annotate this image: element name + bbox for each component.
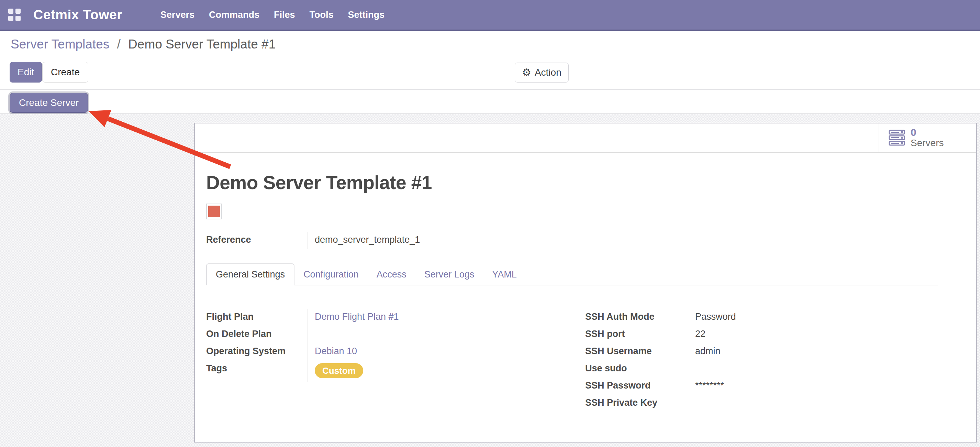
field-row-tags: Tags Custom <box>206 360 463 382</box>
breadcrumb-parent-link[interactable]: Server Templates <box>11 37 109 51</box>
use-sudo-value <box>688 360 843 378</box>
field-row-use-sudo: Use sudo <box>585 360 843 378</box>
ssh-port-label: SSH port <box>585 326 688 343</box>
action-button-label: Action <box>535 67 562 78</box>
gear-icon: ⚙ <box>522 67 531 78</box>
ssh-auth-mode-value: Password <box>688 309 843 326</box>
nav-menu: Servers Commands Files Tools Settings <box>153 0 392 30</box>
color-swatch <box>206 204 222 219</box>
tag-badge-custom: Custom <box>315 363 363 378</box>
tags-label: Tags <box>206 360 308 382</box>
breadcrumb: Server Templates / Demo Server Template … <box>11 37 275 51</box>
top-navbar: Cetmix Tower Servers Commands Files Tool… <box>0 0 980 31</box>
field-row-ssh-private-key: SSH Private Key <box>585 395 843 412</box>
servers-stack-icon <box>889 129 905 146</box>
action-button[interactable]: ⚙ Action <box>515 62 569 83</box>
servers-stat-button[interactable]: 0 Servers <box>879 123 976 152</box>
operating-system-label: Operating System <box>206 343 308 360</box>
field-row-flight-plan: Flight Plan Demo Flight Plan #1 <box>206 309 463 326</box>
field-row-on-delete-plan: On Delete Plan <box>206 326 463 343</box>
nav-item-commands[interactable]: Commands <box>202 0 267 30</box>
reference-value: demo_server_template_1 <box>308 232 463 249</box>
breadcrumb-current: Demo Server Template #1 <box>128 37 275 51</box>
field-row-operating-system: Operating System Debian 10 <box>206 343 463 360</box>
stat-label: Servers <box>911 137 943 148</box>
ssh-username-value: admin <box>688 343 843 360</box>
fields-section: Flight Plan Demo Flight Plan #1 On Delet… <box>206 309 965 382</box>
tab-general-settings[interactable]: General Settings <box>206 263 294 286</box>
ssh-password-label: SSH Password <box>585 378 688 395</box>
create-server-button[interactable]: Create Server <box>10 93 88 113</box>
field-row-ssh-auth-mode: SSH Auth Mode Password <box>585 309 843 326</box>
tab-server-logs[interactable]: Server Logs <box>415 264 484 285</box>
ssh-username-label: SSH Username <box>585 343 688 360</box>
brand-title[interactable]: Cetmix Tower <box>33 7 123 22</box>
field-row-reference: Reference demo_server_template_1 <box>206 232 463 249</box>
on-delete-plan-value <box>308 326 463 343</box>
on-delete-plan-label: On Delete Plan <box>206 326 308 343</box>
flight-plan-label: Flight Plan <box>206 309 308 326</box>
tab-configuration[interactable]: Configuration <box>294 264 368 285</box>
notebook-tabs: General Settings Configuration Access Se… <box>206 263 938 286</box>
create-button[interactable]: Create <box>42 62 88 83</box>
control-panel: Server Templates / Demo Server Template … <box>0 31 980 90</box>
action-strip: Create Server <box>0 90 980 114</box>
use-sudo-label: Use sudo <box>585 360 688 378</box>
ssh-password-value: ******** <box>688 378 843 395</box>
field-row-ssh-password: SSH Password ******** <box>585 378 843 395</box>
nav-item-settings[interactable]: Settings <box>341 0 392 30</box>
form-sheet: 0 Servers Demo Server Template #1 Refere… <box>194 123 977 442</box>
ssh-private-key-value <box>688 395 843 412</box>
sheet-body: Demo Server Template #1 Reference demo_s… <box>195 171 976 382</box>
ssh-auth-mode-label: SSH Auth Mode <box>585 309 688 326</box>
nav-item-servers[interactable]: Servers <box>153 0 202 30</box>
ssh-private-key-label: SSH Private Key <box>585 395 688 412</box>
fields-right-group: SSH Auth Mode Password SSH port 22 SSH U… <box>585 309 843 412</box>
ssh-port-value: 22 <box>688 326 843 343</box>
field-row-ssh-username: SSH Username admin <box>585 343 843 360</box>
content-area: 0 Servers Demo Server Template #1 Refere… <box>0 114 980 447</box>
flight-plan-link[interactable]: Demo Flight Plan #1 <box>315 311 399 322</box>
stat-button-row: 0 Servers <box>195 123 976 153</box>
operating-system-link[interactable]: Debian 10 <box>315 346 357 356</box>
page: Cetmix Tower Servers Commands Files Tool… <box>0 0 980 447</box>
nav-item-files[interactable]: Files <box>267 0 302 30</box>
reference-group: Reference demo_server_template_1 <box>206 232 463 249</box>
stat-count: 0 <box>911 127 943 137</box>
tab-yaml[interactable]: YAML <box>483 264 526 285</box>
reference-label: Reference <box>206 232 308 249</box>
edit-button[interactable]: Edit <box>10 62 42 83</box>
page-title: Demo Server Template #1 <box>206 171 965 194</box>
breadcrumb-separator: / <box>117 37 121 51</box>
apps-grid-icon[interactable] <box>8 9 21 21</box>
fields-left-group: Flight Plan Demo Flight Plan #1 On Delet… <box>206 309 463 382</box>
tab-access[interactable]: Access <box>368 264 415 285</box>
nav-item-tools[interactable]: Tools <box>302 0 341 30</box>
field-row-ssh-port: SSH port 22 <box>585 326 843 343</box>
